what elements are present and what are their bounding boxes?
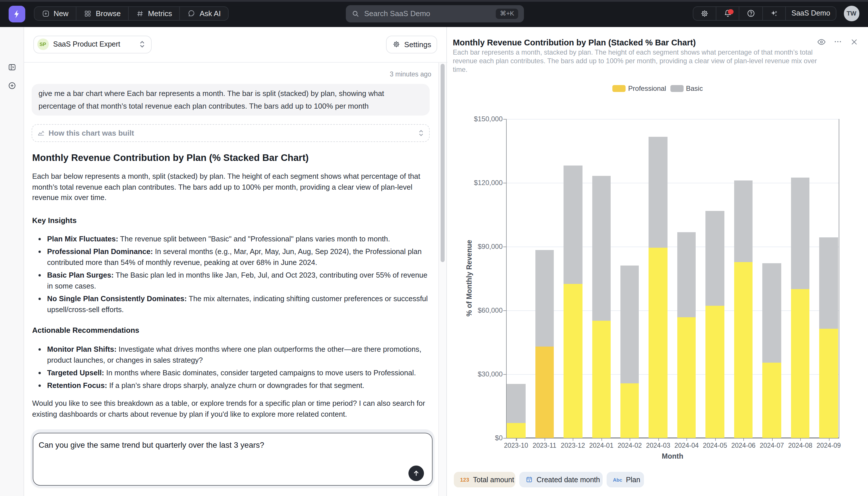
x-tick — [601, 438, 602, 440]
app-logo[interactable] — [9, 5, 25, 22]
ai-assistant-button[interactable] — [762, 6, 786, 20]
scrollbar-thumb[interactable] — [440, 64, 445, 262]
message-timestamp: 3 minutes ago — [258, 71, 431, 77]
field-tag-created-date-month[interactable]: Created date month — [519, 472, 602, 488]
chart-built-expander[interactable]: How this chart was built — [31, 124, 430, 142]
new-thread-button[interactable] — [8, 82, 16, 90]
notifications-button[interactable] — [716, 6, 739, 20]
org-settings-button[interactable] — [693, 6, 716, 20]
bar-2023-12-basic[interactable] — [564, 166, 582, 284]
x-tick — [829, 438, 829, 440]
more-options-icon[interactable] — [833, 37, 843, 47]
bar-chart-plot — [507, 119, 839, 438]
message-composer: Can you give the same trend but quarterl… — [31, 429, 434, 488]
user-message: give me a bar chart where Each bar repre… — [31, 84, 430, 115]
workspace-switcher[interactable]: SaaS Demo — [786, 6, 836, 20]
message-input[interactable]: Can you give the same trend but quarterl… — [33, 433, 433, 486]
toggle-panel-button[interactable] — [8, 63, 16, 71]
help-button[interactable] — [740, 6, 762, 20]
x-tick — [715, 438, 716, 440]
bar-2024-01-professional[interactable] — [592, 321, 611, 438]
field-tag-total-amount[interactable]: 123Total amount — [454, 472, 515, 488]
bullet-item: Basic Plan Surges: The Basic plan led in… — [47, 270, 431, 292]
gear-icon — [700, 9, 709, 18]
answer-intro: Each bar below represents a month, split… — [32, 171, 431, 203]
x-tick — [573, 438, 574, 440]
gridline — [507, 183, 839, 183]
message-input-value: Can you give the same trend but quarterl… — [39, 439, 409, 450]
bar-2024-04-basic[interactable] — [677, 232, 696, 317]
bar-2024-04-professional[interactable] — [677, 317, 696, 438]
help-icon — [746, 9, 755, 17]
bar-2024-08-basic[interactable] — [791, 177, 810, 289]
search-icon — [352, 10, 359, 18]
bar-2024-09-basic[interactable] — [819, 237, 838, 329]
global-search[interactable]: Search SaaS Demo ⌘+K — [346, 5, 524, 22]
nav-browse[interactable]: Browse — [76, 6, 129, 20]
bar-2024-03-professional[interactable] — [649, 247, 668, 438]
bar-2024-02-basic[interactable] — [621, 265, 639, 383]
gridline — [507, 374, 839, 374]
chart-title: Monthly Revenue Contribution by Plan (St… — [453, 38, 696, 47]
legend-item-professional[interactable]: Professional — [612, 84, 666, 93]
x-tick — [658, 438, 659, 440]
send-button[interactable] — [408, 466, 424, 481]
y-tick-label: $30,000 — [463, 370, 503, 378]
select-chevrons-icon — [139, 41, 145, 49]
agent-avatar: SP — [37, 39, 49, 50]
answer-title: Monthly Revenue Contribution by Plan (% … — [32, 152, 431, 163]
agent-select[interactable]: SP SaaS Product Expert — [33, 35, 152, 53]
bar-2024-02-professional[interactable] — [621, 383, 639, 438]
bar-2024-05-basic[interactable] — [706, 211, 724, 306]
bar-2024-06-basic[interactable] — [734, 181, 753, 262]
plus-square-icon — [42, 10, 49, 17]
scrollbar[interactable] — [438, 62, 447, 496]
bar-2023-10-basic[interactable] — [507, 384, 525, 423]
nav-new[interactable]: New — [34, 6, 76, 20]
search-shortcut: ⌘+K — [496, 9, 518, 19]
close-icon[interactable] — [849, 37, 859, 47]
x-tick — [516, 438, 517, 440]
bar-2024-05-professional[interactable] — [706, 306, 724, 438]
y-tick — [503, 310, 506, 311]
x-tick-label: 2024-09 — [810, 442, 847, 449]
grid-icon — [84, 10, 92, 17]
x-tick — [743, 438, 744, 440]
field-tag-plan[interactable]: AbcPlan — [607, 472, 644, 488]
bar-2023-10-professional[interactable] — [507, 423, 525, 438]
bar-2023-11-professional[interactable] — [535, 346, 554, 438]
settings-button[interactable]: Settings — [386, 35, 437, 53]
bar-2024-09-professional[interactable] — [819, 329, 838, 438]
user-avatar[interactable]: TW — [844, 6, 859, 21]
chart-legend: ProfessionalBasic — [447, 84, 868, 93]
nav-metrics[interactable]: Metrics — [129, 6, 180, 20]
bar-2023-11-basic[interactable] — [535, 250, 554, 347]
numeric-123-icon: 123 — [460, 477, 469, 482]
chat-sparkle-icon — [188, 10, 196, 17]
bar-2024-06-professional[interactable] — [734, 262, 753, 438]
bar-2024-07-basic[interactable] — [762, 263, 781, 363]
eye-icon[interactable] — [817, 37, 826, 47]
legend-swatch — [670, 85, 683, 92]
legend-item-basic[interactable]: Basic — [670, 84, 703, 93]
bar-2023-12-professional[interactable] — [564, 284, 582, 438]
bar-2024-03-basic[interactable] — [649, 137, 668, 248]
left-icon-strip — [0, 27, 24, 496]
bar-2024-01-basic[interactable] — [592, 176, 611, 321]
y-tick-label: $150,000 — [463, 115, 503, 123]
nav-ask-ai[interactable]: Ask AI — [180, 6, 228, 20]
navbar-actions: SaaS Demo — [693, 6, 836, 21]
lightning-bolt-icon — [12, 9, 22, 19]
answer-outro: Would you like to see this breakdown as … — [32, 399, 431, 420]
abc-icon: Abc — [613, 477, 622, 482]
gear-icon — [392, 41, 400, 49]
y-tick — [503, 438, 506, 438]
bullet-item: Plan Mix Fluctuates: The revenue split b… — [47, 234, 431, 245]
y-tick-label: $0 — [463, 434, 503, 442]
bar-2024-07-professional[interactable] — [762, 363, 781, 438]
x-tick — [800, 438, 801, 440]
bar-2024-08-professional[interactable] — [791, 289, 810, 438]
x-tick — [687, 438, 687, 440]
chart-icon — [37, 129, 45, 137]
gridline — [507, 310, 839, 311]
